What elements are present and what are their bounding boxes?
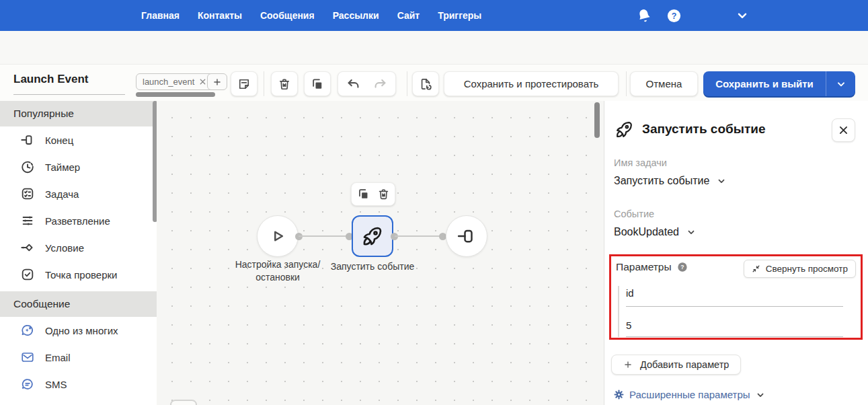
sidebar-item-label: Конец [45, 135, 73, 146]
timer-icon [20, 159, 35, 174]
params-label: Параметры [616, 261, 672, 273]
end-node-icon [457, 226, 477, 246]
launch-event-node[interactable] [352, 215, 393, 257]
plus-icon [623, 360, 633, 369]
branch-icon [20, 213, 35, 228]
gear-icon [614, 390, 624, 400]
task-name-dropdown[interactable]: Запустить событие [614, 175, 726, 187]
end-node[interactable] [446, 215, 487, 257]
collapse-preview-button[interactable]: Свернуть просмотр [744, 260, 856, 278]
sidebar-item-label: Одно из многих [45, 325, 118, 336]
advanced-params-label: Расширенные параметры [629, 389, 750, 400]
copy-icon [311, 77, 324, 91]
sidebar-item-branch[interactable]: Разветвление [0, 207, 157, 234]
sidebar-item-email[interactable]: Email [0, 344, 157, 371]
sidebar-item-timer[interactable]: Таймер [0, 153, 157, 180]
nav-item-home[interactable]: Главная [141, 10, 180, 21]
toolbar-divider [626, 71, 627, 96]
sidebar-item-label: Таймер [45, 161, 80, 173]
param-name-input[interactable]: id [626, 287, 634, 299]
tags-horizontal-scrollbar[interactable] [136, 92, 215, 97]
chevron-down-icon [686, 227, 696, 237]
svg-text:?: ? [672, 11, 677, 20]
duplicate-button[interactable] [304, 71, 331, 96]
chat-sparkle-icon [20, 323, 35, 338]
event-dropdown[interactable]: BookUpdated [614, 226, 696, 238]
add-tag-button[interactable] [207, 73, 227, 90]
annotation-highlight-box: Параметры ? Свернуть просмотр id 5 [609, 254, 863, 340]
nav-item-campaigns[interactable]: Рассылки [333, 10, 379, 21]
scenario-tag-chip[interactable]: launch_event [136, 73, 213, 90]
cancel-button[interactable]: Отмена [630, 71, 698, 96]
plus-icon [212, 77, 222, 87]
condition-icon [20, 240, 35, 255]
app-root: Главная Контакты Сообщения Рассылки Сайт… [0, 0, 868, 405]
account-chevron-icon[interactable] [736, 0, 749, 31]
redo-icon[interactable] [372, 77, 387, 91]
cancel-label: Отмена [646, 78, 682, 89]
sidebar-item-condition[interactable]: Условие [0, 234, 157, 261]
version-history-button[interactable] [412, 71, 439, 96]
help-icon[interactable]: ? [666, 0, 682, 31]
chevron-down-icon [756, 390, 765, 400]
param-value-input[interactable]: 5 [626, 320, 631, 331]
flow-canvas[interactable]: Настройка запуска/остановки Запустить со… [157, 101, 604, 405]
nav-item-messages[interactable]: Сообщения [260, 10, 315, 21]
end-node-icon [20, 133, 35, 147]
save-and-test-label: Сохранить и протестировать [464, 78, 599, 89]
start-node[interactable] [257, 215, 299, 257]
note-button[interactable] [231, 71, 258, 96]
chevron-down-icon [717, 176, 726, 186]
event-label: Событие [614, 209, 654, 219]
param-name-underline [626, 306, 843, 307]
rocket-icon [360, 224, 385, 248]
node-palette-sidebar: Популярные Конец Таймер Задача Разветвле… [0, 101, 157, 405]
nav-item-triggers[interactable]: Триггеры [438, 10, 481, 21]
delete-node-icon[interactable] [377, 188, 390, 200]
params-help-icon[interactable]: ? [677, 262, 688, 272]
save-and-exit-button[interactable]: Сохранить и выйти [703, 71, 826, 96]
document-history-icon [419, 77, 432, 91]
save-options-dropdown[interactable] [826, 71, 855, 96]
node-context-toolbar [351, 182, 395, 206]
checkpoint-icon [20, 267, 35, 282]
sidebar-item-label: Условие [45, 242, 84, 254]
undo-icon[interactable] [346, 77, 361, 91]
advanced-params-toggle[interactable]: Расширенные параметры [614, 389, 765, 400]
sidebar-item-one-of-many[interactable]: Одно из многих [0, 317, 157, 344]
nav-item-contacts[interactable]: Контакты [198, 10, 242, 21]
nav-item-site[interactable]: Сайт [397, 10, 420, 21]
canvas-zoom-control-partial[interactable] [170, 400, 197, 405]
node-settings-panel: Запустить событие Имя задачи Запустить с… [604, 101, 868, 405]
bell-icon[interactable] [636, 0, 652, 31]
canvas-vertical-scrollbar[interactable] [594, 102, 600, 138]
delete-button[interactable] [271, 71, 298, 96]
sidebar-item-checkpoint[interactable]: Точка проверки [0, 261, 157, 288]
sidebar-section-message: Сообщение [0, 291, 157, 317]
undo-redo-group [338, 71, 396, 96]
title-underline [13, 94, 125, 95]
sidebar-item-sms[interactable]: SMS [0, 371, 157, 398]
save-and-exit-split-button[interactable]: Сохранить и выйти [703, 71, 855, 96]
params-header-row: Параметры ? [616, 261, 688, 273]
copy-node-icon[interactable] [357, 188, 370, 200]
close-icon [838, 124, 849, 136]
sidebar-item-label: Разветвление [45, 215, 110, 227]
sidebar-item-task[interactable]: Задача [0, 180, 157, 207]
close-panel-button[interactable] [832, 118, 855, 142]
sidebar-item-label: Задача [45, 188, 79, 200]
rocket-icon [614, 119, 635, 140]
sms-bubble-icon [20, 377, 35, 392]
sidebar-item-label: Точка проверки [45, 269, 117, 281]
toolbar-divider [264, 71, 264, 96]
param-group-line [618, 286, 619, 337]
save-and-test-button[interactable]: Сохранить и протестировать [444, 71, 619, 96]
event-value: BookUpdated [614, 226, 679, 238]
scenario-title-input[interactable]: Launch Event [13, 73, 88, 86]
svg-text:?: ? [680, 264, 684, 270]
remove-tag-icon[interactable] [199, 78, 206, 85]
add-param-button[interactable]: Добавить параметр [611, 355, 741, 375]
sidebar-item-end[interactable]: Конец [0, 126, 157, 153]
sidebar-item-label: SMS [45, 379, 67, 390]
email-icon [20, 350, 35, 365]
